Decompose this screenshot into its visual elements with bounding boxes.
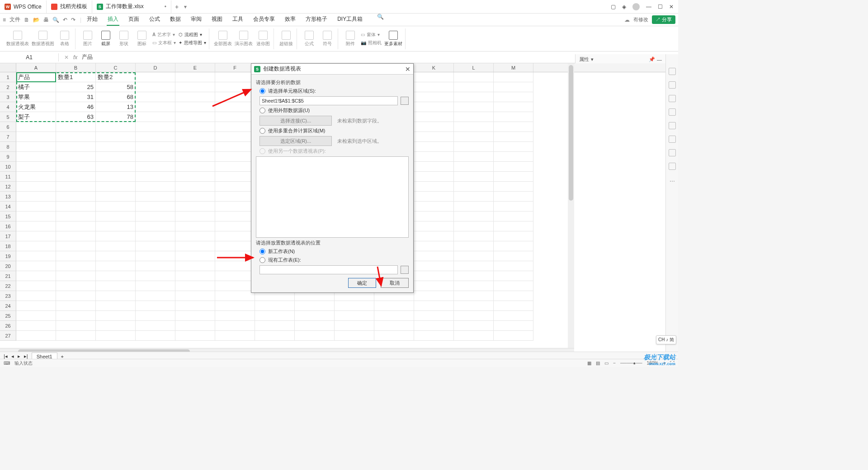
cell[interactable]: [16, 162, 56, 172]
cell[interactable]: [414, 321, 454, 331]
cell[interactable]: [96, 231, 136, 241]
cell[interactable]: [215, 231, 255, 241]
pivot-chart-button[interactable]: 数据透视图: [32, 31, 54, 47]
cell[interactable]: [16, 132, 56, 142]
cell[interactable]: [215, 271, 255, 281]
cell[interactable]: [494, 172, 533, 182]
cell[interactable]: [136, 291, 175, 301]
textbox-button[interactable]: ▭文本框▾: [152, 40, 176, 46]
cell[interactable]: [175, 251, 215, 261]
radio-external[interactable]: [259, 108, 265, 113]
select-tool-icon[interactable]: [669, 68, 676, 75]
share-button[interactable]: ↗ 分享: [652, 15, 675, 24]
cell[interactable]: [494, 281, 533, 291]
cell[interactable]: [56, 241, 96, 251]
cell[interactable]: [16, 231, 56, 241]
row-header[interactable]: 12: [0, 182, 16, 192]
tab-wps[interactable]: W WPS Office: [0, 0, 47, 13]
cell[interactable]: [175, 162, 215, 172]
cell[interactable]: [175, 202, 215, 212]
cell[interactable]: [56, 231, 96, 241]
cell[interactable]: 46: [56, 102, 96, 112]
cell[interactable]: [215, 202, 255, 212]
cell[interactable]: [16, 241, 56, 251]
cell[interactable]: [414, 202, 454, 212]
cell[interactable]: [16, 311, 56, 321]
cell[interactable]: [175, 321, 215, 331]
sparkline-button[interactable]: 迷你图: [255, 31, 271, 47]
row-header[interactable]: 6: [0, 122, 16, 132]
hamburger-icon[interactable]: ≡: [3, 17, 6, 23]
cell[interactable]: [454, 182, 494, 192]
cell[interactable]: [215, 291, 255, 301]
col-F[interactable]: F: [215, 63, 255, 72]
cell[interactable]: [494, 291, 533, 301]
cell[interactable]: [414, 251, 454, 261]
cell[interactable]: [215, 212, 255, 221]
filter-icon[interactable]: [669, 95, 676, 102]
cell[interactable]: [215, 321, 255, 331]
cell[interactable]: [16, 192, 56, 202]
radio-multi[interactable]: [259, 128, 265, 134]
cell[interactable]: [295, 301, 335, 311]
form-button[interactable]: ▭窗体▾: [361, 32, 382, 38]
cell[interactable]: [136, 142, 175, 152]
vertical-scrollbar[interactable]: [568, 63, 574, 348]
row-header[interactable]: 15: [0, 212, 16, 221]
row-header[interactable]: 24: [0, 301, 16, 311]
help-icon[interactable]: [669, 163, 676, 170]
cell[interactable]: [136, 162, 175, 172]
cell[interactable]: [136, 192, 175, 202]
cell[interactable]: [494, 92, 533, 102]
cell[interactable]: [374, 301, 414, 311]
cell[interactable]: [56, 221, 96, 231]
tab-efficiency[interactable]: 效率: [284, 14, 297, 26]
row-header[interactable]: 1: [0, 72, 16, 82]
cell[interactable]: [16, 172, 56, 182]
cell[interactable]: [494, 221, 533, 231]
row-header[interactable]: 23: [0, 291, 16, 301]
cell[interactable]: [16, 291, 56, 301]
fx-icon[interactable]: fx: [73, 54, 77, 61]
row-header[interactable]: 27: [0, 331, 16, 341]
cell[interactable]: 58: [96, 82, 136, 92]
print-icon[interactable]: 🖶: [43, 17, 49, 23]
cell[interactable]: 梨子: [16, 112, 56, 122]
cell[interactable]: 苹果: [16, 92, 56, 102]
cell[interactable]: [454, 231, 494, 241]
cell[interactable]: [175, 72, 215, 82]
row-header[interactable]: 10: [0, 162, 16, 172]
cell[interactable]: [56, 202, 96, 212]
cell[interactable]: [16, 331, 56, 341]
range-input[interactable]: Sheet1!$A$1:$C$5: [259, 96, 398, 105]
cell[interactable]: [175, 132, 215, 142]
row-header[interactable]: 14: [0, 202, 16, 212]
cell[interactable]: [136, 301, 175, 311]
cell[interactable]: [414, 301, 454, 311]
cell[interactable]: [295, 321, 335, 331]
cell[interactable]: [16, 321, 56, 331]
settings-icon[interactable]: [669, 136, 676, 143]
cell[interactable]: [56, 311, 96, 321]
cell[interactable]: [494, 112, 533, 122]
tab-start[interactable]: 开始: [86, 14, 99, 26]
col-B[interactable]: B: [56, 63, 96, 72]
cell[interactable]: [494, 271, 533, 281]
open-icon[interactable]: 📂: [33, 17, 40, 23]
cell[interactable]: [56, 152, 96, 162]
tab-tools[interactable]: 工具: [231, 14, 244, 26]
cell[interactable]: [454, 102, 494, 112]
formula-input[interactable]: 产品: [82, 53, 93, 61]
select-all-corner[interactable]: [0, 63, 16, 72]
cell[interactable]: [255, 311, 295, 321]
cell[interactable]: [494, 122, 533, 132]
row-header[interactable]: 5: [0, 112, 16, 122]
tab-add[interactable]: +: [171, 3, 182, 10]
cell[interactable]: [175, 102, 215, 112]
cell[interactable]: [494, 132, 533, 142]
layout-icon[interactable]: ▢: [611, 4, 616, 10]
cell[interactable]: [136, 271, 175, 281]
cell[interactable]: [454, 331, 494, 341]
cell[interactable]: [56, 142, 96, 152]
ok-button[interactable]: 确定: [348, 278, 376, 288]
